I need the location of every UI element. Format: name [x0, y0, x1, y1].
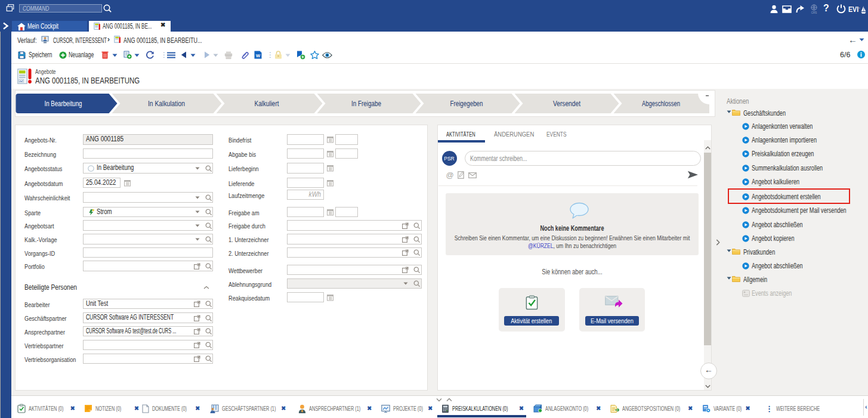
- svg-text:In Bearbeitung: In Bearbeitung: [45, 100, 82, 108]
- svg-text:W: W: [256, 53, 261, 58]
- svg-text:In Kalkulation: In Kalkulation: [148, 100, 185, 108]
- svg-text:Abgeschlossen: Abgeschlossen: [642, 100, 680, 108]
- svg-text:In Freigabe: In Freigabe: [351, 100, 381, 108]
- svg-text:Versendet: Versendet: [553, 100, 581, 108]
- svg-text:Kalkuliert: Kalkuliert: [255, 100, 280, 108]
- svg-text:CRS: CRS: [811, 11, 817, 14]
- svg-text:Freigegeben: Freigegeben: [450, 100, 483, 108]
